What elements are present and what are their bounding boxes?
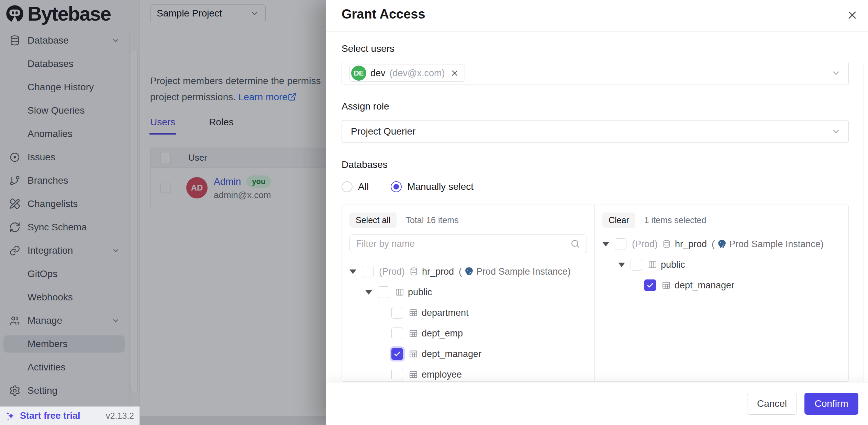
tree-row-table: dept_emp <box>349 323 587 344</box>
table-icon <box>409 370 418 379</box>
confirm-button[interactable]: Confirm <box>804 393 858 415</box>
select-all-button[interactable]: Select all <box>349 213 397 228</box>
select-users-label: Select users <box>342 43 849 54</box>
user-chip: DE dev (dev@x.com) <box>349 65 465 82</box>
modal-footer: Cancel Confirm <box>326 382 868 425</box>
modal-title: Grant Access <box>342 7 425 22</box>
database-transfer: Select all Total 16 items (Prod) <box>342 205 849 382</box>
modal-scrollbar-track <box>864 63 864 382</box>
role-select[interactable]: Project Querier <box>342 120 849 143</box>
select-users-input[interactable]: DE dev (dev@x.com) <box>342 62 849 84</box>
start-free-trial-link[interactable]: Start free trial <box>20 411 80 421</box>
trial-bar: Start free trial v2.13.2 <box>0 406 140 425</box>
sparkle-icon <box>5 411 16 422</box>
checkbox[interactable] <box>631 259 642 271</box>
chevron-down-icon <box>831 127 841 136</box>
checkbox[interactable] <box>615 238 626 250</box>
postgres-icon <box>717 239 727 249</box>
role-select-value: Project Querier <box>351 126 415 137</box>
transfer-source-panel: Select all Total 16 items (Prod) <box>342 205 595 381</box>
search-icon <box>570 239 580 249</box>
cancel-button[interactable]: Cancel <box>747 393 797 415</box>
avatar: DE <box>351 66 366 81</box>
total-items-label: Total 16 items <box>405 215 458 225</box>
tree-row-table: department <box>349 302 587 323</box>
schema-icon <box>648 260 657 269</box>
checkbox[interactable] <box>362 266 374 277</box>
clear-button[interactable]: Clear <box>602 213 635 228</box>
tree-row-database: (Prod) hr_prod ( Prod Sample Instance) <box>349 261 587 282</box>
database-scope-radios: All Manually select <box>342 181 849 192</box>
app: Bytebase Database Databases Change Histo… <box>0 0 868 425</box>
expander-icon[interactable] <box>365 290 372 295</box>
remove-chip-icon[interactable] <box>450 69 459 78</box>
transfer-target-panel: Clear 1 items selected (Prod) hr_prod <box>595 205 848 381</box>
checkbox-checked[interactable] <box>644 279 656 291</box>
tree-row-database: (Prod) hr_prod ( Prod Sample Instance) <box>602 234 841 254</box>
table-icon <box>661 280 671 290</box>
database-icon <box>409 267 419 276</box>
selected-count-label: 1 items selected <box>644 215 706 225</box>
modal-body: Select users DE dev (dev@x.com) Assign r… <box>326 32 868 382</box>
radio-circle[interactable] <box>342 181 353 192</box>
postgres-icon <box>464 266 474 277</box>
expander-icon[interactable] <box>618 263 625 267</box>
grant-access-modal: Grant Access Select users DE dev (dev@x.… <box>326 0 868 425</box>
checkbox[interactable] <box>378 286 389 298</box>
table-icon <box>409 349 418 359</box>
databases-label: Databases <box>342 159 849 170</box>
tree-row-schema: public <box>349 282 587 302</box>
tree-row-table-selected: dept_manager <box>349 344 587 364</box>
chevron-down-icon <box>831 68 841 78</box>
table-icon <box>409 308 418 318</box>
filter-input[interactable] <box>356 239 570 249</box>
tree-row-table: employee <box>349 364 587 381</box>
target-tree: (Prod) hr_prod ( Prod Sample Instance) <box>602 234 841 296</box>
table-icon <box>409 329 418 338</box>
radio-manually-select[interactable]: Manually select <box>391 181 474 192</box>
version-label: v2.13.2 <box>106 411 134 421</box>
radio-all[interactable]: All <box>342 181 369 192</box>
schema-icon <box>395 287 404 297</box>
filter-input-wrap <box>349 234 587 253</box>
modal-header: Grant Access <box>326 0 868 32</box>
checkbox-checked[interactable] <box>391 348 403 360</box>
expander-icon[interactable] <box>349 269 356 274</box>
expander-icon[interactable] <box>602 242 609 246</box>
checkbox[interactable] <box>391 328 403 339</box>
radio-circle-checked[interactable] <box>391 181 402 192</box>
assign-role-label: Assign role <box>342 101 849 112</box>
close-icon[interactable] <box>845 8 859 22</box>
tree-row-table-selected: dept_manager <box>602 275 841 296</box>
source-tree: (Prod) hr_prod ( Prod Sample Instance) <box>349 261 587 381</box>
database-icon <box>662 239 671 249</box>
tree-row-schema: public <box>602 254 841 275</box>
checkbox[interactable] <box>391 369 403 380</box>
checkbox[interactable] <box>391 307 403 319</box>
